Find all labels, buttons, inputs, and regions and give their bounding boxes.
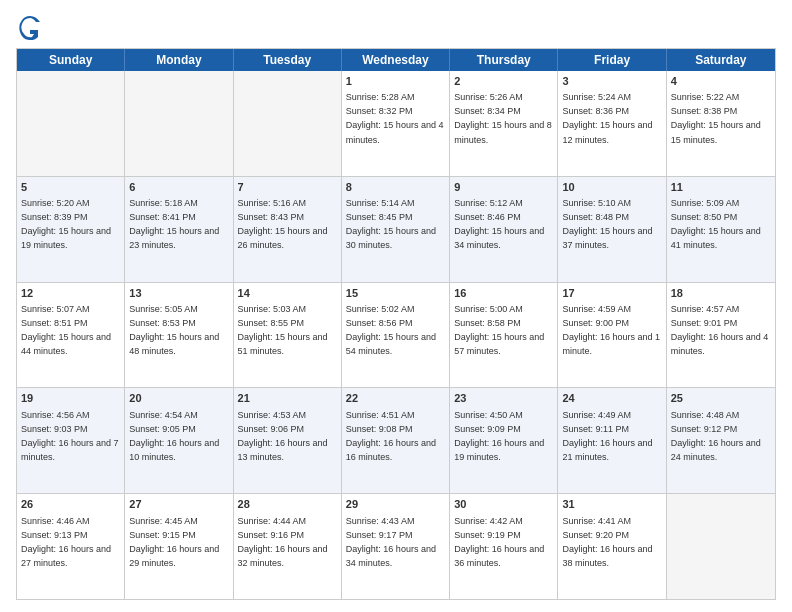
- day-info: Sunrise: 4:56 AMSunset: 9:03 PMDaylight:…: [21, 410, 119, 462]
- week-row-1: 1 Sunrise: 5:28 AMSunset: 8:32 PMDayligh…: [17, 71, 775, 177]
- day-number: 14: [238, 286, 337, 301]
- day-cell-6: 6 Sunrise: 5:18 AMSunset: 8:41 PMDayligh…: [125, 177, 233, 282]
- day-info: Sunrise: 5:16 AMSunset: 8:43 PMDaylight:…: [238, 198, 328, 250]
- day-info: Sunrise: 4:43 AMSunset: 9:17 PMDaylight:…: [346, 516, 436, 568]
- day-info: Sunrise: 4:42 AMSunset: 9:19 PMDaylight:…: [454, 516, 544, 568]
- day-number: 1: [346, 74, 445, 89]
- empty-cell: [234, 71, 342, 176]
- day-number: 19: [21, 391, 120, 406]
- day-info: Sunrise: 5:09 AMSunset: 8:50 PMDaylight:…: [671, 198, 761, 250]
- day-number: 7: [238, 180, 337, 195]
- day-number: 6: [129, 180, 228, 195]
- day-info: Sunrise: 4:50 AMSunset: 9:09 PMDaylight:…: [454, 410, 544, 462]
- day-number: 12: [21, 286, 120, 301]
- day-number: 27: [129, 497, 228, 512]
- day-number: 11: [671, 180, 771, 195]
- day-cell-29: 29 Sunrise: 4:43 AMSunset: 9:17 PMDaylig…: [342, 494, 450, 599]
- day-info: Sunrise: 5:26 AMSunset: 8:34 PMDaylight:…: [454, 92, 552, 144]
- day-cell-19: 19 Sunrise: 4:56 AMSunset: 9:03 PMDaylig…: [17, 388, 125, 493]
- header: [16, 12, 776, 40]
- day-number: 4: [671, 74, 771, 89]
- day-info: Sunrise: 4:46 AMSunset: 9:13 PMDaylight:…: [21, 516, 111, 568]
- day-number: 29: [346, 497, 445, 512]
- day-cell-3: 3 Sunrise: 5:24 AMSunset: 8:36 PMDayligh…: [558, 71, 666, 176]
- empty-cell: [667, 494, 775, 599]
- day-cell-28: 28 Sunrise: 4:44 AMSunset: 9:16 PMDaylig…: [234, 494, 342, 599]
- day-number: 28: [238, 497, 337, 512]
- day-info: Sunrise: 5:05 AMSunset: 8:53 PMDaylight:…: [129, 304, 219, 356]
- week-row-5: 26 Sunrise: 4:46 AMSunset: 9:13 PMDaylig…: [17, 494, 775, 599]
- logo-icon: [16, 12, 44, 40]
- day-number: 24: [562, 391, 661, 406]
- day-number: 16: [454, 286, 553, 301]
- day-info: Sunrise: 4:54 AMSunset: 9:05 PMDaylight:…: [129, 410, 219, 462]
- day-header-saturday: Saturday: [667, 49, 775, 71]
- day-number: 9: [454, 180, 553, 195]
- day-number: 15: [346, 286, 445, 301]
- day-number: 3: [562, 74, 661, 89]
- logo: [16, 12, 48, 40]
- calendar: SundayMondayTuesdayWednesdayThursdayFrid…: [16, 48, 776, 600]
- day-number: 10: [562, 180, 661, 195]
- day-cell-20: 20 Sunrise: 4:54 AMSunset: 9:05 PMDaylig…: [125, 388, 233, 493]
- calendar-body: 1 Sunrise: 5:28 AMSunset: 8:32 PMDayligh…: [17, 71, 775, 599]
- day-cell-18: 18 Sunrise: 4:57 AMSunset: 9:01 PMDaylig…: [667, 283, 775, 388]
- day-cell-15: 15 Sunrise: 5:02 AMSunset: 8:56 PMDaylig…: [342, 283, 450, 388]
- day-number: 22: [346, 391, 445, 406]
- empty-cell: [17, 71, 125, 176]
- day-number: 2: [454, 74, 553, 89]
- day-cell-7: 7 Sunrise: 5:16 AMSunset: 8:43 PMDayligh…: [234, 177, 342, 282]
- week-row-2: 5 Sunrise: 5:20 AMSunset: 8:39 PMDayligh…: [17, 177, 775, 283]
- day-number: 20: [129, 391, 228, 406]
- day-number: 18: [671, 286, 771, 301]
- day-number: 26: [21, 497, 120, 512]
- calendar-header: SundayMondayTuesdayWednesdayThursdayFrid…: [17, 49, 775, 71]
- day-cell-27: 27 Sunrise: 4:45 AMSunset: 9:15 PMDaylig…: [125, 494, 233, 599]
- day-header-tuesday: Tuesday: [234, 49, 342, 71]
- day-info: Sunrise: 4:41 AMSunset: 9:20 PMDaylight:…: [562, 516, 652, 568]
- day-info: Sunrise: 5:07 AMSunset: 8:51 PMDaylight:…: [21, 304, 111, 356]
- day-info: Sunrise: 4:44 AMSunset: 9:16 PMDaylight:…: [238, 516, 328, 568]
- day-number: 5: [21, 180, 120, 195]
- day-info: Sunrise: 4:45 AMSunset: 9:15 PMDaylight:…: [129, 516, 219, 568]
- day-cell-4: 4 Sunrise: 5:22 AMSunset: 8:38 PMDayligh…: [667, 71, 775, 176]
- day-info: Sunrise: 5:28 AMSunset: 8:32 PMDaylight:…: [346, 92, 444, 144]
- day-info: Sunrise: 5:03 AMSunset: 8:55 PMDaylight:…: [238, 304, 328, 356]
- day-number: 17: [562, 286, 661, 301]
- day-cell-12: 12 Sunrise: 5:07 AMSunset: 8:51 PMDaylig…: [17, 283, 125, 388]
- day-number: 30: [454, 497, 553, 512]
- day-cell-21: 21 Sunrise: 4:53 AMSunset: 9:06 PMDaylig…: [234, 388, 342, 493]
- day-cell-22: 22 Sunrise: 4:51 AMSunset: 9:08 PMDaylig…: [342, 388, 450, 493]
- day-cell-17: 17 Sunrise: 4:59 AMSunset: 9:00 PMDaylig…: [558, 283, 666, 388]
- day-info: Sunrise: 5:10 AMSunset: 8:48 PMDaylight:…: [562, 198, 652, 250]
- day-header-monday: Monday: [125, 49, 233, 71]
- day-header-thursday: Thursday: [450, 49, 558, 71]
- day-cell-30: 30 Sunrise: 4:42 AMSunset: 9:19 PMDaylig…: [450, 494, 558, 599]
- day-header-sunday: Sunday: [17, 49, 125, 71]
- day-cell-16: 16 Sunrise: 5:00 AMSunset: 8:58 PMDaylig…: [450, 283, 558, 388]
- day-number: 25: [671, 391, 771, 406]
- day-number: 13: [129, 286, 228, 301]
- day-cell-9: 9 Sunrise: 5:12 AMSunset: 8:46 PMDayligh…: [450, 177, 558, 282]
- day-cell-8: 8 Sunrise: 5:14 AMSunset: 8:45 PMDayligh…: [342, 177, 450, 282]
- day-info: Sunrise: 5:22 AMSunset: 8:38 PMDaylight:…: [671, 92, 761, 144]
- day-info: Sunrise: 5:14 AMSunset: 8:45 PMDaylight:…: [346, 198, 436, 250]
- week-row-3: 12 Sunrise: 5:07 AMSunset: 8:51 PMDaylig…: [17, 283, 775, 389]
- day-cell-24: 24 Sunrise: 4:49 AMSunset: 9:11 PMDaylig…: [558, 388, 666, 493]
- day-info: Sunrise: 5:02 AMSunset: 8:56 PMDaylight:…: [346, 304, 436, 356]
- page: SundayMondayTuesdayWednesdayThursdayFrid…: [0, 0, 792, 612]
- day-cell-5: 5 Sunrise: 5:20 AMSunset: 8:39 PMDayligh…: [17, 177, 125, 282]
- day-cell-11: 11 Sunrise: 5:09 AMSunset: 8:50 PMDaylig…: [667, 177, 775, 282]
- day-info: Sunrise: 4:51 AMSunset: 9:08 PMDaylight:…: [346, 410, 436, 462]
- day-cell-13: 13 Sunrise: 5:05 AMSunset: 8:53 PMDaylig…: [125, 283, 233, 388]
- day-number: 23: [454, 391, 553, 406]
- day-info: Sunrise: 5:00 AMSunset: 8:58 PMDaylight:…: [454, 304, 544, 356]
- day-info: Sunrise: 5:24 AMSunset: 8:36 PMDaylight:…: [562, 92, 652, 144]
- day-info: Sunrise: 5:20 AMSunset: 8:39 PMDaylight:…: [21, 198, 111, 250]
- day-number: 8: [346, 180, 445, 195]
- day-info: Sunrise: 4:49 AMSunset: 9:11 PMDaylight:…: [562, 410, 652, 462]
- empty-cell: [125, 71, 233, 176]
- day-cell-2: 2 Sunrise: 5:26 AMSunset: 8:34 PMDayligh…: [450, 71, 558, 176]
- day-info: Sunrise: 4:48 AMSunset: 9:12 PMDaylight:…: [671, 410, 761, 462]
- day-cell-23: 23 Sunrise: 4:50 AMSunset: 9:09 PMDaylig…: [450, 388, 558, 493]
